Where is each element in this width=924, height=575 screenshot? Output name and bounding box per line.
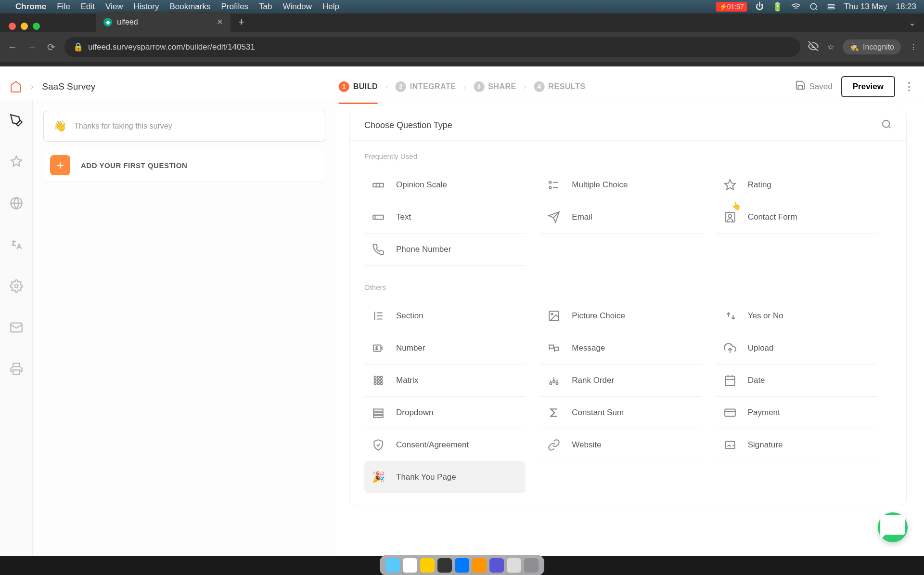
- question-type-yes-or-no[interactable]: Yes or No: [716, 300, 877, 332]
- question-type-label: Opinion Scale: [396, 180, 447, 190]
- dock-app-6[interactable]: [489, 558, 504, 573]
- question-type-section[interactable]: Section: [364, 300, 526, 332]
- question-type-thank-you[interactable]: 🎉Thank You Page: [364, 461, 526, 493]
- tab-overflow-button[interactable]: ⌄: [909, 18, 915, 27]
- search-icon[interactable]: [881, 119, 892, 131]
- menu-history[interactable]: History: [133, 2, 159, 12]
- back-button[interactable]: ←: [7, 41, 18, 52]
- rail-print-icon[interactable]: [10, 362, 23, 376]
- question-type-label: Email: [572, 212, 592, 222]
- svg-point-15: [550, 186, 552, 188]
- reload-button[interactable]: ⟳: [45, 41, 57, 53]
- question-type-rank-order[interactable]: Rank Order: [540, 365, 701, 397]
- bookmark-star-icon[interactable]: ☆: [827, 42, 834, 52]
- welcome-card[interactable]: 👋 Thanks for taking this survey: [43, 111, 325, 142]
- rail-globe-icon[interactable]: [10, 196, 23, 210]
- battery-icon[interactable]: 🔋: [772, 2, 783, 12]
- rail-mail-icon[interactable]: [10, 321, 23, 334]
- menu-edit[interactable]: Edit: [81, 2, 95, 12]
- question-type-label: Signature: [748, 440, 783, 450]
- new-tab-button[interactable]: +: [238, 16, 244, 28]
- menubar-date[interactable]: Thu 13 May: [844, 2, 887, 12]
- rail-language-icon[interactable]: [10, 238, 23, 251]
- wave-icon: 👋: [53, 120, 66, 132]
- menu-window[interactable]: Window: [283, 2, 312, 12]
- question-type-message[interactable]: Message: [540, 332, 701, 365]
- question-type-dropdown[interactable]: Dropdown: [364, 397, 526, 429]
- step-share[interactable]: 3 SHARE: [474, 81, 516, 92]
- question-type-label: Number: [396, 343, 425, 353]
- menubar-app-name[interactable]: Chrome: [15, 2, 46, 12]
- menubar-time[interactable]: 18:23: [896, 2, 916, 12]
- wifi-icon[interactable]: [791, 2, 801, 12]
- step-results[interactable]: 4 RESULTS: [534, 81, 585, 92]
- question-type-rating[interactable]: Rating: [716, 169, 877, 201]
- home-icon[interactable]: [10, 80, 22, 93]
- tab-close-button[interactable]: ✕: [217, 17, 223, 26]
- chat-fab-button[interactable]: [878, 512, 908, 542]
- question-type-constant-sum[interactable]: Constant Sum: [540, 397, 701, 429]
- question-type-opinion-scale[interactable]: Opinion Scale: [364, 169, 526, 201]
- menu-file[interactable]: File: [57, 2, 70, 12]
- dock-app-0[interactable]: [385, 558, 400, 573]
- rail-settings-icon[interactable]: [10, 279, 23, 293]
- browser-tab[interactable]: ◆ uifeed ✕: [96, 12, 231, 32]
- status-icon[interactable]: ⏻: [756, 2, 764, 12]
- question-type-text[interactable]: Text: [364, 201, 526, 234]
- dock-app-2[interactable]: [420, 558, 435, 573]
- forward-button[interactable]: →: [26, 41, 38, 52]
- chrome-menu-button[interactable]: ⋮: [910, 42, 917, 52]
- preview-button[interactable]: Preview: [841, 76, 895, 97]
- search-icon[interactable]: [809, 2, 818, 11]
- dock-app-5[interactable]: [472, 558, 487, 573]
- svg-point-33: [377, 376, 379, 378]
- question-type-email[interactable]: Email: [540, 201, 701, 234]
- left-rail: [0, 100, 33, 556]
- question-type-contact-form[interactable]: Contact Form: [716, 201, 877, 234]
- menu-help[interactable]: Help: [322, 2, 339, 12]
- dock-app-4[interactable]: [455, 558, 469, 573]
- rail-build-icon[interactable]: [10, 114, 23, 127]
- incognito-badge[interactable]: 🕵 Incognito: [843, 39, 901, 54]
- window-minimize-button[interactable]: [21, 23, 28, 30]
- question-type-payment[interactable]: Payment: [716, 397, 877, 429]
- battery-status-icon[interactable]: ⚡ 01:57: [716, 2, 747, 12]
- control-center-icon[interactable]: [827, 2, 835, 11]
- question-type-matrix[interactable]: Matrix: [364, 365, 526, 397]
- dock-app-3[interactable]: [437, 558, 452, 573]
- dock-app-7[interactable]: [507, 558, 521, 573]
- question-type-upload[interactable]: Upload: [716, 332, 877, 365]
- question-type-number[interactable]: 1Number: [364, 332, 526, 365]
- more-menu-button[interactable]: ⋮: [904, 80, 914, 93]
- question-type-signature[interactable]: Signature: [716, 429, 877, 461]
- dock-app-1[interactable]: [403, 558, 417, 573]
- address-bar[interactable]: 🔒 uifeed.surveysparrow.com/builder/edit/…: [64, 37, 800, 57]
- tab-favicon-icon: ◆: [103, 18, 112, 26]
- step-integrate[interactable]: 2 INTEGRATE: [396, 81, 456, 92]
- menu-profiles[interactable]: Profiles: [221, 2, 248, 12]
- window-close-button[interactable]: [9, 23, 16, 30]
- question-type-picture-choice[interactable]: Picture Choice: [540, 300, 701, 332]
- svg-rect-51: [725, 409, 735, 416]
- question-type-date[interactable]: Date: [716, 365, 877, 397]
- eye-off-icon[interactable]: [808, 41, 819, 53]
- survey-title[interactable]: SaaS Survey: [42, 81, 95, 92]
- question-type-phone-number[interactable]: Phone Number: [364, 234, 526, 266]
- menu-tab[interactable]: Tab: [259, 2, 272, 12]
- save-icon: [795, 80, 806, 93]
- menu-view[interactable]: View: [105, 2, 123, 12]
- svg-marker-17: [725, 180, 735, 190]
- question-type-consent[interactable]: Consent/Agreement: [364, 429, 526, 461]
- chevron-right-icon: ›: [524, 83, 526, 91]
- dock-app-8[interactable]: [524, 558, 539, 573]
- menu-bookmarks[interactable]: Bookmarks: [169, 2, 210, 12]
- question-type-website[interactable]: Website: [540, 429, 701, 461]
- add-first-question-button[interactable]: + ADD YOUR FIRST QUESTION: [43, 149, 325, 181]
- incognito-icon: 🕵: [849, 42, 859, 52]
- signature-icon: [724, 439, 736, 451]
- question-type-label: Website: [572, 440, 601, 450]
- question-type-multiple-choice[interactable]: Multiple Choice: [540, 169, 701, 201]
- question-type-label: Rating: [748, 180, 771, 190]
- window-maximize-button[interactable]: [33, 23, 40, 30]
- rail-design-icon[interactable]: [10, 155, 23, 169]
